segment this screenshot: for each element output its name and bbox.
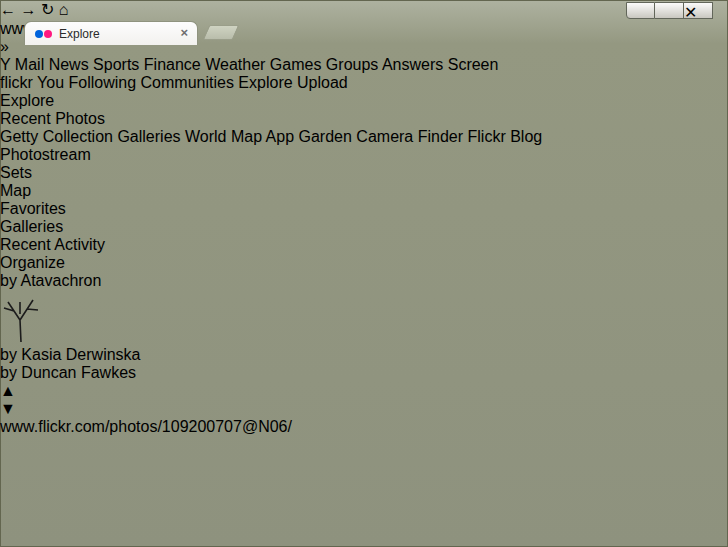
yahoo-item-news[interactable]: News — [49, 56, 89, 73]
browser-window: Explore × ✕ ← → ↻ ⌂ www.flickr.com/explo… — [0, 0, 728, 547]
photo-frame[interactable]: by Duncan Fawkes — [0, 364, 728, 382]
yahoo-logo-icon[interactable]: Y — [0, 56, 10, 73]
flickr-nav-communities[interactable]: Communities — [141, 74, 234, 91]
home-icon[interactable]: ⌂ — [59, 1, 69, 18]
extensions-overflow-icon[interactable]: » — [0, 38, 9, 55]
link-app-garden[interactable]: App Garden — [266, 128, 352, 145]
menu-item-photostream[interactable]: Photostream — [0, 146, 728, 164]
scroll-up-button[interactable]: ▲ — [0, 382, 728, 400]
link-camera-finder[interactable]: Camera Finder — [356, 128, 463, 145]
page-content: Y Mail News Sports Finance Weather Games… — [0, 56, 728, 382]
photo-frame[interactable]: by Kasia Derwinska — [0, 290, 728, 364]
yahoo-item-groups[interactable]: Groups — [326, 56, 378, 73]
flickr-favicon-icon — [35, 30, 53, 38]
link-getty-collection[interactable]: Getty Collection — [0, 128, 113, 145]
scroll-down-button[interactable]: ▼ — [0, 400, 728, 418]
yahoo-item-screen[interactable]: Screen — [448, 56, 499, 73]
photo-attribution[interactable]: by Kasia Derwinska — [0, 346, 141, 363]
menu-item-sets[interactable]: Sets — [0, 164, 728, 182]
flickr-nav-you[interactable]: You — [37, 74, 64, 91]
yahoo-toolbar: Y Mail News Sports Finance Weather Games… — [0, 56, 728, 74]
bare-tree-icon — [0, 290, 42, 342]
menu-item-organize[interactable]: Organize — [0, 254, 728, 272]
explore-links-row: Getty Collection Galleries World Map App… — [0, 128, 728, 146]
yahoo-item-answers[interactable]: Answers — [382, 56, 443, 73]
menu-item-favorites[interactable]: Favorites — [0, 200, 728, 218]
flickr-header: flickr You Following Communities Explore… — [0, 74, 728, 92]
minimize-button[interactable] — [626, 2, 655, 19]
yahoo-item-games[interactable]: Games — [270, 56, 322, 73]
flickr-nav-following[interactable]: Following — [69, 74, 137, 91]
photo-desert-tree[interactable] — [0, 290, 728, 346]
browser-tab[interactable]: Explore × — [24, 21, 198, 45]
page-title: Explore — [0, 92, 728, 110]
maximize-button[interactable] — [655, 2, 684, 19]
yahoo-item-mail[interactable]: Mail — [15, 56, 44, 73]
annotation-arrow-icon — [0, 436, 728, 547]
yahoo-item-weather[interactable]: Weather — [205, 56, 265, 73]
yahoo-item-sports[interactable]: Sports — [93, 56, 139, 73]
yahoo-item-finance[interactable]: Finance — [144, 56, 201, 73]
vertical-scrollbar[interactable]: ▲ ▼ — [0, 382, 728, 418]
recent-photos-label: Recent Photos — [0, 110, 728, 128]
browser-viewport: Y Mail News Sports Finance Weather Games… — [0, 56, 728, 418]
link-world-map[interactable]: World Map — [185, 128, 262, 145]
link-galleries[interactable]: Galleries — [117, 128, 180, 145]
you-dropdown-menu: Photostream Sets Map Favorites Galleries… — [0, 146, 728, 272]
reload-icon[interactable]: ↻ — [41, 1, 54, 18]
photo-frame[interactable]: by Atavachron — [0, 272, 728, 290]
back-icon[interactable]: ← — [0, 1, 16, 18]
tab-close-icon[interactable]: × — [180, 25, 188, 40]
photo-attribution[interactable]: by Duncan Fawkes — [0, 364, 136, 381]
flickr-logo[interactable]: flickr — [0, 74, 33, 91]
link-flickr-blog[interactable]: Flickr Blog — [468, 128, 543, 145]
status-link-preview: www.flickr.com/photos/109200707@N06/ — [0, 418, 728, 436]
window-controls: ✕ — [626, 2, 713, 19]
menu-item-map[interactable]: Map — [0, 182, 728, 200]
flickr-nav-upload[interactable]: Upload — [297, 74, 348, 91]
forward-icon[interactable]: → — [20, 1, 36, 18]
tab-title: Explore — [59, 27, 100, 41]
close-button[interactable]: ✕ — [684, 2, 713, 19]
photo-attribution[interactable]: by Atavachron — [0, 272, 101, 289]
menu-item-recent-activity[interactable]: Recent Activity — [0, 236, 728, 254]
flickr-nav-explore[interactable]: Explore — [238, 74, 292, 91]
menu-item-galleries[interactable]: Galleries — [0, 218, 728, 236]
